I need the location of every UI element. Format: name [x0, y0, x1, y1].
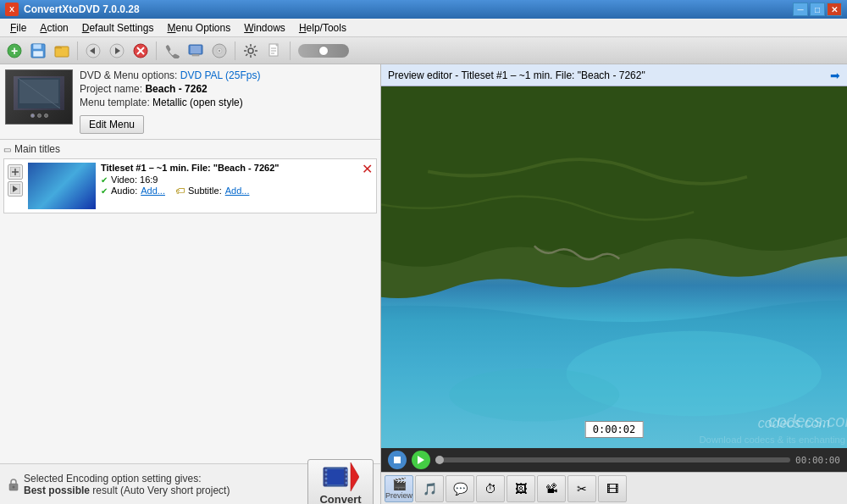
subtitle-icon: 🏷: [175, 186, 185, 196]
preview-arrow-button[interactable]: ➡: [830, 69, 840, 82]
status-line2: result (Auto Very short project): [90, 485, 230, 496]
toolbar-separator-2: [156, 42, 157, 60]
svg-text:Download codecs & its enchanti: Download codecs & its enchanting extras: [699, 435, 847, 445]
toolbar-settings-button[interactable]: [240, 40, 262, 62]
title-media-button[interactable]: [8, 181, 23, 197]
dvd-dots: [30, 114, 48, 118]
title-thumbnail: [28, 163, 96, 209]
title-video-detail: ✔ Video: 16:9: [101, 174, 357, 185]
dvd-format-link[interactable]: DVD PAL (25Fps): [180, 69, 261, 81]
menu-default-settings[interactable]: Default Settings: [75, 20, 161, 36]
main-titles-header[interactable]: ▭ Main titles: [3, 143, 377, 155]
toolbar-separator-3: [235, 42, 235, 60]
window-controls: ─ □ ✕: [793, 3, 842, 16]
svg-point-38: [325, 469, 328, 472]
preview-video: codecs.com Download codecs & its enchant…: [381, 86, 847, 448]
right-panel: Preview editor - Titleset #1 – ~1 min. F…: [381, 64, 847, 504]
menu-windows[interactable]: Windows: [237, 20, 292, 36]
svg-point-19: [248, 48, 253, 53]
svg-point-42: [346, 469, 348, 472]
svg-point-33: [13, 485, 15, 488]
title-item-controls: [8, 163, 23, 197]
lock-icon: [7, 478, 20, 491]
toolbar-add-button[interactable]: +: [3, 40, 25, 62]
menu-action[interactable]: Action: [33, 20, 75, 36]
toolbar-monitor-button[interactable]: [185, 40, 207, 62]
svg-rect-15: [191, 46, 201, 53]
progress-thumb: [435, 456, 444, 464]
menu-help-tools[interactable]: Help/Tools: [292, 20, 353, 36]
preview-tab-film[interactable]: 🎞: [598, 475, 627, 502]
timecode-display: 0:00:02: [585, 421, 644, 438]
toolbar: +: [0, 37, 847, 64]
svg-point-40: [325, 478, 328, 480]
title-thumb-inner: [28, 163, 96, 209]
toolbar-disc-button[interactable]: [208, 40, 230, 62]
menu-menu-options[interactable]: Menu Options: [160, 20, 237, 36]
title-video-value: Video: 16:9: [111, 174, 158, 185]
toolbar-separator-1: [77, 42, 78, 60]
preview-tab-sequence[interactable]: 📽: [537, 475, 566, 502]
subtitle-add-link[interactable]: Add...: [225, 186, 250, 196]
preview-tab-preview[interactable]: 🎬 Preview: [385, 475, 413, 502]
minimize-button[interactable]: ─: [793, 3, 808, 16]
collapse-icon: ▭: [3, 145, 11, 154]
toolbar-slider[interactable]: [298, 44, 349, 58]
project-details: DVD & Menu options: DVD PAL (25Fps) Proj…: [80, 69, 375, 134]
audio-add-link[interactable]: Add...: [141, 186, 165, 196]
menu-template-value: Metallic (open style): [152, 97, 243, 108]
svg-text:codecs.com: codecs.com: [768, 412, 847, 430]
svg-marker-46: [351, 462, 359, 491]
preview-toolbar: 🎬 Preview 🎵 💬 ⏱ 🖼 📽 ✂ 🎞: [381, 472, 847, 504]
app-title: ConvertXtoDVD 7.0.0.28: [24, 3, 793, 15]
stop-button[interactable]: [388, 451, 407, 469]
title-info: Titleset #1 – ~1 min. File: "Beach - 726…: [101, 163, 357, 197]
preview-header: Preview editor - Titleset #1 – ~1 min. F…: [381, 64, 847, 86]
menu-file[interactable]: File: [3, 20, 33, 36]
project-name-label: Project name:: [80, 83, 145, 95]
toolbar-prev-button[interactable]: [82, 40, 104, 62]
svg-rect-51: [394, 457, 401, 463]
menu-template-row: Menu template: Metallic (open style): [80, 97, 375, 108]
project-info: DVD & Menu options: DVD PAL (25Fps) Proj…: [0, 64, 380, 140]
video-svg: codecs.com Download codecs & its enchant…: [381, 86, 847, 448]
convert-button[interactable]: Convert: [307, 459, 374, 505]
title-add-button[interactable]: [8, 164, 23, 180]
status-line1: Selected Encoding option setting gives:: [24, 473, 201, 485]
titles-section: ▭ Main titles Titlese: [0, 140, 380, 463]
preview-tab-icon: 🎬: [392, 477, 407, 490]
photo-tab-icon: 🖼: [515, 482, 527, 496]
subtitle-label: Subtitle:: [188, 186, 222, 196]
preview-tab-scissors[interactable]: ✂: [567, 475, 596, 502]
preview-tab-timer[interactable]: ⏱: [476, 475, 505, 502]
play-button[interactable]: [412, 451, 430, 469]
toolbar-doc-button[interactable]: [263, 40, 285, 62]
dot-2: [37, 114, 42, 118]
toolbar-next-button[interactable]: [106, 40, 128, 62]
toolbar-phone-button[interactable]: [161, 40, 183, 62]
menu-template-label: Menu template:: [80, 97, 152, 108]
preview-tab-music[interactable]: 🎵: [415, 475, 444, 502]
toolbar-open-button[interactable]: [51, 40, 73, 62]
bottom-bar: Selected Encoding option setting gives: …: [0, 463, 380, 504]
title-item: Titleset #1 – ~1 min. File: "Beach - 726…: [3, 158, 377, 213]
title-remove-button[interactable]: ✕: [362, 163, 373, 176]
preview-tab-subtitle[interactable]: 💬: [446, 475, 474, 502]
audio-check-icon: ✔: [101, 186, 108, 196]
app-icon: X: [5, 3, 19, 16]
close-button[interactable]: ✕: [827, 3, 842, 16]
subtitle-tab-icon: 💬: [453, 482, 468, 496]
progress-bar[interactable]: [435, 457, 790, 462]
svg-rect-4: [33, 51, 43, 57]
svg-rect-35: [325, 469, 346, 485]
svg-point-41: [325, 482, 328, 485]
preview-tab-photo[interactable]: 🖼: [507, 475, 535, 502]
toolbar-stop-button[interactable]: [130, 40, 152, 62]
status-area: Selected Encoding option setting gives: …: [7, 473, 301, 496]
title-audio-detail: ✔ Audio: Add... 🏷 Subtitle: Add...: [101, 186, 357, 196]
edit-menu-button[interactable]: Edit Menu: [80, 115, 144, 134]
restore-button[interactable]: □: [810, 3, 825, 16]
svg-point-44: [346, 478, 348, 480]
toolbar-save-button[interactable]: [27, 40, 49, 62]
music-tab-icon: 🎵: [423, 482, 437, 496]
